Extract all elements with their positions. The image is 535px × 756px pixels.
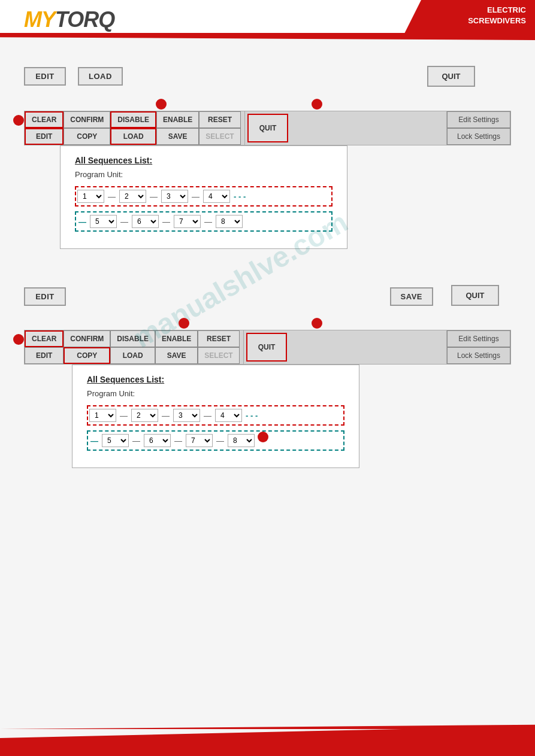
seq-subtitle-1: Program Unit: — [75, 170, 333, 179]
sequences-panel-1: All Sequences List: Program Unit: 1 — 2 … — [60, 145, 347, 249]
seq-select-13[interactable]: 5 — [102, 434, 129, 447]
seq-select-8[interactable]: 8 — [216, 215, 243, 228]
header-red-accent — [0, 33, 535, 40]
load-button-1[interactable]: LOAD — [78, 67, 123, 86]
section1: EDIT LOAD QUIT CLEAR CONFIRM DISABLE ENA… — [24, 66, 511, 249]
indicator-dot-7 — [258, 432, 268, 442]
seq-select-7[interactable]: 7 — [174, 215, 201, 228]
seq-select-1[interactable]: 1 — [77, 190, 104, 203]
section2: EDIT SAVE QUIT CLEAR CONFIRM DISABLE ENA… — [24, 285, 511, 468]
toolbar-left-2: CLEAR CONFIRM DISABLE ENABLE RESET EDIT … — [25, 330, 243, 364]
edit-button-2[interactable]: EDIT — [24, 287, 66, 306]
sequences-panel-2: All Sequences List: Program Unit: 1 — 2 … — [72, 365, 359, 468]
seq-select-14[interactable]: 6 — [144, 434, 171, 447]
electric-label: ELECTRIC — [468, 5, 526, 16]
header-text: ELECTRIC SCREWDIVERS — [468, 5, 526, 26]
seq-select-5[interactable]: 5 — [90, 215, 117, 228]
seq-row-3-highlighted: 1 — 2 — 3 — 4 - - - — [87, 405, 344, 426]
seq-select-12[interactable]: 4 — [215, 409, 242, 422]
save-tb-btn-2[interactable]: SAVE — [155, 347, 198, 364]
logo: MYTORQ — [24, 7, 114, 32]
seq-row-4-teal: — 5 — 6 — 7 — 8 — [87, 430, 344, 451]
save-button-2[interactable]: SAVE — [390, 287, 433, 306]
disable-btn-2[interactable]: DISABLE — [110, 330, 155, 347]
clear-btn-1[interactable]: CLEAR — [25, 111, 64, 128]
indicator-dot-4 — [13, 334, 24, 345]
toolbar-left-1: CLEAR CONFIRM DISABLE ENABLE RESET EDIT … — [25, 111, 244, 145]
logo-torq: TORQ — [55, 7, 114, 32]
copy-btn-2[interactable]: COPY — [64, 347, 110, 364]
seq-select-15[interactable]: 7 — [186, 434, 213, 447]
confirm-btn-2[interactable]: CONFIRM — [64, 330, 110, 347]
lock-settings-btn-2[interactable]: Lock Settings — [447, 347, 510, 364]
edit-settings-btn-1[interactable]: Edit Settings — [447, 111, 510, 128]
enable-btn-1[interactable]: ENABLE — [156, 111, 199, 128]
reset-btn-1[interactable]: RESET — [199, 111, 240, 128]
disable-btn-1[interactable]: DISABLE — [110, 111, 156, 128]
main-content: EDIT LOAD QUIT CLEAR CONFIRM DISABLE ENA… — [24, 48, 511, 468]
edit-tb-btn-1[interactable]: EDIT — [25, 128, 64, 145]
seq-select-16[interactable]: 8 — [228, 434, 255, 447]
seq-title-1: All Sequences List: — [75, 156, 333, 165]
indicator-dot-5 — [179, 318, 189, 329]
select-btn-1[interactable]: SELECT — [199, 128, 240, 145]
toolbar-quit-wrap-1: QUIT — [244, 111, 291, 145]
top-button-row-2: EDIT SAVE QUIT — [24, 285, 511, 306]
indicator-dot-6 — [312, 318, 322, 329]
seq-select-10[interactable]: 2 — [131, 409, 158, 422]
seq-select-9[interactable]: 1 — [89, 409, 116, 422]
edit-button-1[interactable]: EDIT — [24, 67, 66, 86]
quit-tb-btn-2[interactable]: QUIT — [246, 333, 288, 362]
confirm-btn-1[interactable]: CONFIRM — [64, 111, 110, 128]
seq-select-3[interactable]: 3 — [161, 190, 188, 203]
seq-row-2-teal: — 5 — 6 — 7 — 8 — [75, 211, 333, 232]
footer-red-bar — [0, 726, 535, 756]
enable-btn-2[interactable]: ENABLE — [155, 330, 198, 347]
indicator-dot-1 — [13, 115, 24, 126]
lock-settings-btn-1[interactable]: Lock Settings — [447, 128, 510, 145]
seq-title-2: All Sequences List: — [87, 375, 344, 384]
seq-select-6[interactable]: 6 — [132, 215, 159, 228]
seq-subtitle-2: Program Unit: — [87, 389, 344, 398]
toolbar-2: CLEAR CONFIRM DISABLE ENABLE RESET EDIT … — [24, 330, 511, 365]
quit-button-1[interactable]: QUIT — [427, 66, 475, 87]
toolbar-quit-wrap-2: QUIT — [243, 330, 290, 364]
load-tb-btn-2[interactable]: LOAD — [110, 347, 155, 364]
load-tb-btn-1[interactable]: LOAD — [110, 128, 156, 145]
quit-button-2[interactable]: QUIT — [451, 285, 499, 306]
toolbar-right-1: Edit Settings Lock Settings — [446, 111, 510, 145]
edit-settings-btn-2[interactable]: Edit Settings — [447, 330, 510, 347]
seq-select-11[interactable]: 3 — [173, 409, 200, 422]
top-button-row-1: EDIT LOAD QUIT — [24, 66, 511, 87]
save-btn-1[interactable]: SAVE — [156, 128, 199, 145]
select-btn-2[interactable]: SELECT — [198, 347, 239, 364]
indicator-dot-2 — [156, 99, 167, 110]
seq-select-4[interactable]: 4 — [203, 190, 230, 203]
seq-row-1-highlighted: 1 — 2 — 3 — 4 - - - — [75, 186, 333, 207]
seq-select-2[interactable]: 2 — [119, 190, 146, 203]
screwdivers-label: SCREWDIVERS — [468, 16, 526, 26]
clear-btn-2[interactable]: CLEAR — [25, 330, 64, 347]
toolbar-right-2: Edit Settings Lock Settings — [446, 330, 510, 364]
edit-tb-btn-2[interactable]: EDIT — [25, 347, 64, 364]
reset-btn-2[interactable]: RESET — [198, 330, 239, 347]
logo-my: MY — [24, 7, 55, 32]
indicator-dot-3 — [312, 99, 322, 110]
quit-tb-btn-1[interactable]: QUIT — [247, 114, 289, 142]
copy-btn-1[interactable]: COPY — [64, 128, 110, 145]
toolbar-1: CLEAR CONFIRM DISABLE ENABLE RESET EDIT … — [24, 111, 511, 145]
